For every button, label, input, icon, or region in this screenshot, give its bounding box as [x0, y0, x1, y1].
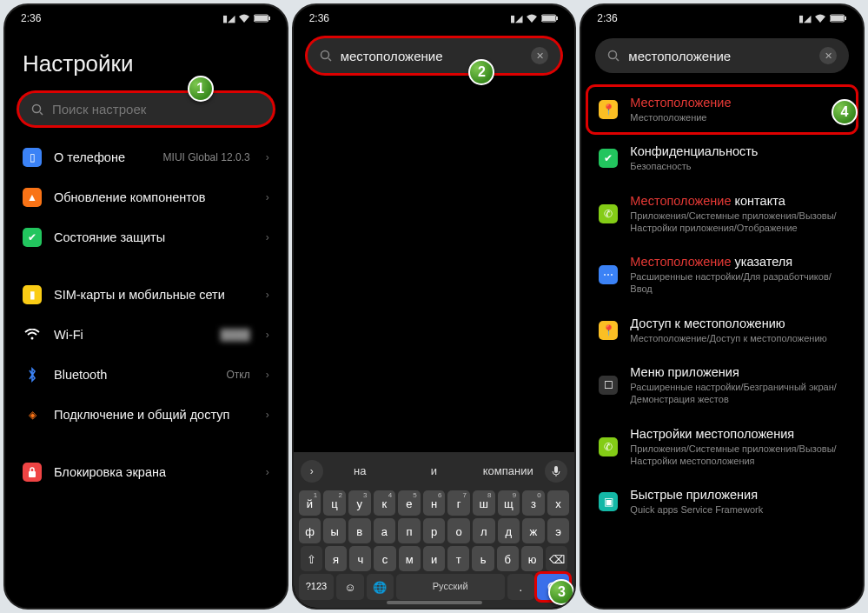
key[interactable]: ш8: [473, 490, 495, 516]
status-bar: 2:36 ▮◢: [5, 5, 287, 28]
row-security-status[interactable]: ✔ Состояние защиты ›: [5, 217, 287, 257]
svg-point-19: [609, 51, 617, 59]
emoji-key[interactable]: ☺: [336, 574, 363, 600]
key[interactable]: ь: [472, 546, 494, 571]
key[interactable]: в: [348, 518, 371, 543]
key[interactable]: т: [447, 546, 469, 571]
key[interactable]: и: [423, 546, 445, 571]
suggestion[interactable]: и: [397, 459, 471, 483]
row-bluetooth[interactable]: Bluetooth Откл ›: [5, 355, 287, 395]
result-row[interactable]: ⋯Местоположение указателяРасширенные нас…: [581, 244, 863, 306]
result-row[interactable]: ✔КонфиденциальностьБезопасность: [581, 134, 863, 183]
key[interactable]: э: [547, 518, 570, 543]
status-bar: 2:36 ▮◢: [294, 5, 575, 28]
result-row[interactable]: 📍Доступ к местоположениюМестоположение/Д…: [581, 306, 863, 355]
key[interactable]: а: [374, 518, 396, 543]
search-icon: [31, 103, 43, 116]
search-input-wrap[interactable]: ✕: [595, 38, 849, 73]
result-row[interactable]: ☐Меню приложенияРасширенные настройки/Бе…: [581, 355, 863, 416]
key[interactable]: щ9: [498, 490, 520, 516]
key[interactable]: к4: [374, 490, 396, 516]
result-row[interactable]: ✆Настройки местоположенияПриложения/Сист…: [581, 416, 863, 478]
chevron-right-icon: ›: [266, 191, 269, 203]
wifi-row-icon: [23, 325, 42, 344]
row-lockscreen[interactable]: Блокировка экрана ›: [5, 452, 287, 492]
status-time: 2:36: [597, 12, 617, 24]
badge-2: 2: [468, 59, 494, 85]
wifi-icon: [526, 14, 538, 23]
result-row[interactable]: ✆Местоположение контактаПриложения/Систе…: [581, 183, 863, 245]
badge-1: 1: [188, 76, 214, 102]
key[interactable]: у3: [348, 490, 371, 516]
key[interactable]: п: [398, 518, 421, 543]
keyboard-row: й1ц2у3к4е5н6г7ш8щ9з0х: [299, 490, 570, 516]
key[interactable]: х: [547, 490, 570, 516]
key[interactable]: б: [497, 546, 519, 571]
svg-line-20: [616, 58, 619, 61]
period-key[interactable]: .: [507, 574, 534, 600]
key[interactable]: о: [447, 518, 470, 543]
search-input[interactable]: [628, 49, 811, 63]
svg-rect-2: [255, 16, 268, 21]
svg-point-3: [33, 104, 41, 112]
key[interactable]: й1: [299, 490, 321, 516]
phone-panel-3: 2:36 ▮◢ ✕ 4 📍МестоположениеМестоположени…: [580, 3, 865, 610]
suggestion[interactable]: компании: [471, 459, 545, 483]
key[interactable]: ц2: [323, 490, 346, 516]
result-icon: ✔: [599, 149, 618, 168]
key[interactable]: ф: [299, 518, 321, 543]
key[interactable]: ч: [349, 546, 371, 571]
key[interactable]: м: [399, 546, 421, 571]
search-input[interactable]: [52, 102, 261, 117]
row-wifi[interactable]: Wi-Fi ████ ›: [5, 315, 287, 355]
result-icon: ⋯: [599, 265, 618, 284]
result-row[interactable]: 📍МестоположениеМестоположение: [588, 87, 856, 132]
status-bar: 2:36 ▮◢: [581, 5, 863, 28]
badge-3: 3: [548, 579, 574, 605]
key[interactable]: г7: [447, 490, 470, 516]
row-about-phone[interactable]: ▯ О телефоне MIUI Global 12.0.3 ›: [5, 137, 287, 177]
row-sharing[interactable]: ◈ Подключение и общий доступ ›: [5, 395, 287, 435]
clear-icon[interactable]: ✕: [531, 47, 548, 64]
search-input[interactable]: [341, 49, 523, 63]
about-phone-icon: ▯: [23, 148, 42, 167]
signal-icon: ▮◢: [510, 13, 522, 24]
keyboard-row: ?123 ☺ 🌐 Русский . 3: [299, 574, 570, 600]
key[interactable]: л: [473, 518, 495, 543]
key[interactable]: д: [498, 518, 520, 543]
symbols-key[interactable]: ?123: [299, 574, 335, 600]
mic-icon[interactable]: [545, 460, 567, 483]
keyboard-row: фывапролджэ: [299, 518, 570, 543]
search-input-wrap[interactable]: [19, 93, 273, 125]
key[interactable]: ы: [323, 518, 346, 543]
row-component-update[interactable]: ▲ Обновление компонентов ›: [5, 177, 287, 217]
globe-key[interactable]: 🌐: [367, 574, 394, 600]
battery-icon: [254, 14, 271, 23]
expand-icon[interactable]: ›: [301, 460, 323, 483]
result-row[interactable]: ▣Быстрые приложенияQuick apps Service Fr…: [581, 477, 863, 526]
key[interactable]: н6: [423, 490, 446, 516]
row-sim-cards[interactable]: ▮ SIM-карты и мобильные сети ›: [5, 275, 287, 315]
key[interactable]: я: [325, 546, 347, 571]
lock-icon: [23, 463, 42, 482]
key[interactable]: з0: [522, 490, 545, 516]
search-input-wrap[interactable]: ✕: [308, 38, 561, 73]
key[interactable]: ю: [521, 546, 543, 571]
result-icon: 📍: [599, 321, 618, 340]
space-key[interactable]: Русский: [396, 574, 505, 600]
sim-icon: ▮: [23, 285, 42, 304]
key[interactable]: ж: [522, 518, 545, 543]
result-icon: ▣: [599, 492, 618, 511]
search-icon: [607, 50, 620, 62]
suggestion[interactable]: на: [323, 459, 397, 483]
wifi-icon: [238, 14, 250, 23]
result-icon: ✆: [599, 437, 618, 456]
backspace-key[interactable]: ⌫: [546, 546, 567, 571]
clear-icon[interactable]: ✕: [819, 47, 837, 64]
key[interactable]: р: [423, 518, 446, 543]
key[interactable]: е5: [398, 490, 421, 516]
result-title: Быстрые приложения: [630, 488, 845, 502]
shift-key[interactable]: ⇧: [301, 546, 322, 571]
key[interactable]: с: [374, 546, 395, 571]
keyboard[interactable]: › на и компании й1ц2у3к4е5н6г7ш8щ9з0х фы…: [294, 452, 575, 608]
